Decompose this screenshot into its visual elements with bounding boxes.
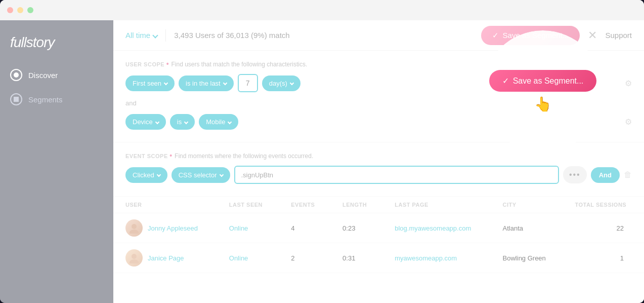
support-link[interactable]: Support <box>605 31 632 40</box>
col-length: LENGTH <box>330 197 382 213</box>
cell-city-1: Bowling Green <box>491 243 563 273</box>
more-options-button[interactable]: ••• <box>563 166 587 183</box>
time-filter[interactable]: All time <box>125 31 157 40</box>
clicked-dropdown[interactable]: Clicked <box>125 167 167 183</box>
css-selector-chevron <box>219 173 223 177</box>
first-seen-label: First seen <box>133 80 161 87</box>
css-selector-input[interactable] <box>234 166 559 184</box>
is-in-last-chevron <box>223 81 227 85</box>
is-in-last-dropdown[interactable]: is in the last <box>179 75 234 91</box>
svg-point-2 <box>132 254 137 259</box>
app-body: fullstory Discover Segments All time <box>0 20 644 303</box>
match-stats: 3,493 Users of 36,013 (9%) match <box>174 31 289 40</box>
cell-length-0: 0:23 <box>330 213 382 243</box>
device-chevron <box>155 120 159 124</box>
sidebar-item-discover[interactable]: Discover <box>0 63 113 87</box>
segments-icon-inner <box>14 97 19 102</box>
cell-user-1: Janice Page <box>113 243 217 273</box>
event-scope-section: EVENT SCOPE • Find moments where the fol… <box>113 142 644 197</box>
clicked-chevron <box>156 173 160 177</box>
last-page-link-0[interactable]: blog.myawesomeapp.com <box>395 224 471 232</box>
days-number-input[interactable] <box>238 74 258 92</box>
device-operator-dropdown[interactable]: is <box>170 114 195 130</box>
and-conjunction-row: and <box>125 97 632 109</box>
close-dot[interactable] <box>7 7 13 13</box>
time-filter-chevron <box>153 32 158 38</box>
cell-events-0: 4 <box>279 213 330 243</box>
cell-total-sessions-1: 1 <box>563 243 644 273</box>
header: All time 3,493 Users of 36,013 (9%) matc… <box>113 20 644 51</box>
days-unit-label: day(s) <box>269 80 287 87</box>
sidebar-label-discover: Discover <box>28 71 58 80</box>
and-text: and <box>125 97 137 109</box>
table-body: Jonny Appleseed Online 4 0:23 blog.myawe… <box>113 213 644 273</box>
cell-last-page-1: myawesomeapp.com <box>382 243 490 273</box>
mobile-label: Mobile <box>206 118 225 126</box>
css-selector-dropdown[interactable]: CSS selector <box>171 167 230 183</box>
discover-icon <box>10 69 22 81</box>
user-row2-gear-icon[interactable]: ⚙ <box>625 117 632 127</box>
cell-last-page-0: blog.myawesomeapp.com <box>382 213 490 243</box>
user-scope-label: USER SCOPE • Find users that match the f… <box>125 60 632 68</box>
event-scope-label: EVENT SCOPE • Find moments where the fol… <box>125 152 632 160</box>
user-name-0[interactable]: Jonny Appleseed <box>148 224 198 232</box>
avatar-1 <box>125 249 143 267</box>
device-operator-label: is <box>177 118 182 126</box>
checkmark-icon: ✓ <box>492 31 499 40</box>
title-bar <box>0 0 644 20</box>
cell-events-1: 2 <box>279 243 330 273</box>
sidebar: fullstory Discover Segments <box>0 20 113 303</box>
col-last-page: LAST PAGE <box>382 197 490 213</box>
svg-point-0 <box>132 224 137 229</box>
mobile-dropdown[interactable]: Mobile <box>199 114 238 130</box>
first-seen-dropdown[interactable]: First seen <box>125 75 175 91</box>
user-row1-gear-icon[interactable]: ⚙ <box>625 79 632 88</box>
discover-icon-inner <box>14 72 19 78</box>
event-scope-description: Find moments where the following events … <box>175 153 313 160</box>
clicked-label: Clicked <box>133 171 154 179</box>
maximize-dot[interactable] <box>27 7 33 13</box>
minimize-dot[interactable] <box>17 7 23 13</box>
segments-icon <box>10 93 22 105</box>
close-button[interactable]: ✕ <box>588 30 597 41</box>
first-seen-chevron <box>164 81 168 85</box>
spotlight-save-button[interactable]: ✓ Save as Segment... <box>489 70 597 92</box>
device-dropdown[interactable]: Device <box>125 114 166 130</box>
spotlight-save-label: Save as Segment... <box>513 77 584 86</box>
cell-last-seen-0: Online <box>217 213 279 243</box>
cell-city-0: Atlanta <box>491 213 563 243</box>
is-in-last-label: is in the last <box>186 80 221 87</box>
sidebar-item-segments[interactable]: Segments <box>0 87 113 111</box>
header-actions: ✓ Save as Segment... ✕ Support <box>481 26 632 45</box>
user-filter-row-2: Device is Mobile ⚙ <box>125 114 632 130</box>
logo: fullstory <box>10 34 103 51</box>
browser-window: fullstory Discover Segments All time <box>0 0 644 303</box>
users-table: USER LAST SEEN EVENTS LENGTH LAST PAGE C… <box>113 197 644 273</box>
mobile-chevron <box>228 120 232 124</box>
col-total-sessions: TOTAL SESSIONS <box>563 197 644 213</box>
last-page-link-1[interactable]: myawesomeapp.com <box>395 254 457 262</box>
table-row: Jonny Appleseed Online 4 0:23 blog.myawe… <box>113 213 644 243</box>
col-last-seen: LAST SEEN <box>217 197 279 213</box>
days-unit-chevron <box>290 81 294 85</box>
device-label: Device <box>133 118 153 126</box>
user-scope-description: Find users that match the following char… <box>171 61 308 68</box>
col-city: CITY <box>491 197 563 213</box>
and-conjunction-button[interactable]: And <box>591 167 620 183</box>
sidebar-label-segments: Segments <box>28 95 63 104</box>
cell-last-seen-1: Online <box>217 243 279 273</box>
days-unit-dropdown[interactable]: day(s) <box>262 75 300 91</box>
device-op-chevron <box>184 120 188 124</box>
header-divider <box>165 29 166 42</box>
user-name-1[interactable]: Janice Page <box>148 254 184 262</box>
event-filter-row-1: Clicked CSS selector ••• And 🗑 <box>125 166 632 184</box>
cell-user-0: Jonny Appleseed <box>113 213 217 243</box>
col-events: EVENTS <box>279 197 330 213</box>
table-row: Janice Page Online 2 0:31 myawesomeapp.c… <box>113 243 644 273</box>
save-segment-button[interactable]: ✓ Save as Segment... <box>481 26 580 45</box>
spotlight-checkmark-icon: ✓ <box>502 76 509 86</box>
col-user: USER <box>113 197 217 213</box>
delete-row-icon[interactable]: 🗑 <box>624 170 632 179</box>
svg-point-3 <box>130 259 139 263</box>
save-segment-label: Save as Segment... <box>503 31 569 40</box>
